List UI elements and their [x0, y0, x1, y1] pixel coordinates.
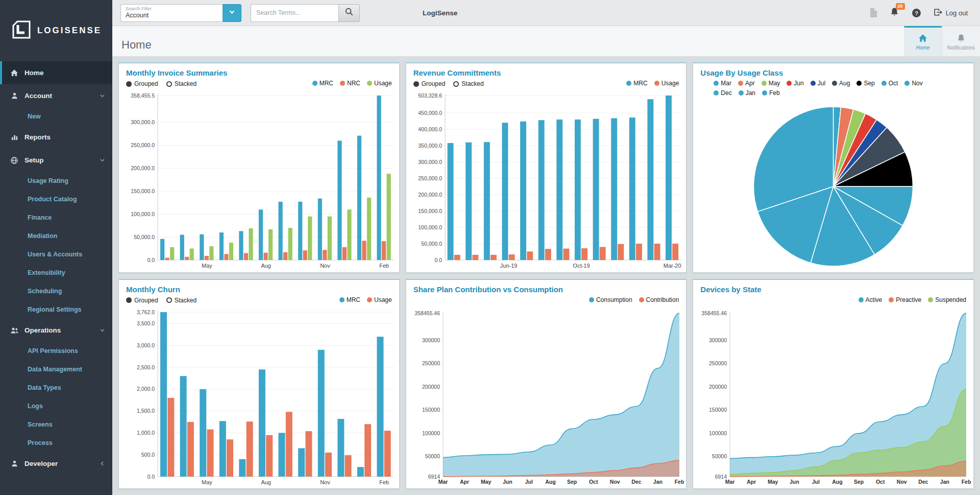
sidebar-item-label: Data Management: [28, 366, 82, 373]
svg-text:Mar: Mar: [725, 479, 735, 485]
legend-item-nov[interactable]: Nov: [904, 80, 922, 87]
legend-item-sep[interactable]: Sep: [856, 80, 874, 87]
sidebar-item-mediation[interactable]: Mediation: [0, 227, 112, 245]
search-button[interactable]: [338, 4, 360, 22]
legend-item-apr[interactable]: Apr: [738, 80, 755, 87]
sidebar-item-logs[interactable]: Logs: [0, 397, 112, 415]
legend-item-active[interactable]: Active: [859, 296, 883, 303]
sidebar-item-scheduling[interactable]: Scheduling: [0, 282, 112, 300]
document-icon[interactable]: [870, 8, 877, 17]
legend-item-jan[interactable]: Jan: [739, 89, 755, 97]
search-input[interactable]: [251, 4, 338, 22]
svg-text:250000: 250000: [422, 360, 440, 366]
svg-text:450,000.0: 450,000.0: [418, 110, 442, 116]
radio-grouped[interactable]: Grouped: [126, 297, 158, 304]
svg-text:3,000.0: 3,000.0: [137, 342, 155, 348]
legend-item-preactive[interactable]: Preactive: [889, 296, 921, 303]
sidebar-item-extensibility[interactable]: Extensibility: [0, 264, 112, 282]
help-icon[interactable]: ?: [912, 8, 921, 18]
tab-home[interactable]: Home: [904, 26, 942, 56]
legend-item-jul[interactable]: Jul: [811, 80, 825, 87]
sidebar-item-screens[interactable]: Screens: [0, 415, 112, 434]
chart-body: 0.050,000.0100,000.0150,000.0200,000.025…: [119, 90, 399, 272]
sidebar-item-usage-rating[interactable]: Usage Rating: [0, 172, 112, 190]
legend-item-mar[interactable]: Mar: [714, 80, 731, 87]
legend-dot-icon: [832, 81, 837, 86]
svg-text:200000: 200000: [422, 383, 440, 389]
notifications-bell-button[interactable]: 20: [890, 7, 899, 19]
sidebar-item-data-management[interactable]: Data Management: [0, 360, 112, 379]
legend-dot-icon: [739, 90, 744, 96]
radio-grouped[interactable]: Grouped: [126, 80, 158, 87]
sidebar-item-label: Logs: [28, 403, 43, 410]
sidebar-item-regional-settings[interactable]: Regional Settings: [0, 300, 112, 319]
svg-text:Jun: Jun: [790, 479, 799, 485]
legend-item-mrc[interactable]: MRC: [339, 296, 360, 303]
legend-item-usage[interactable]: Usage: [367, 296, 392, 303]
user-icon: [9, 92, 19, 100]
legend-item-jun[interactable]: Jun: [787, 80, 803, 87]
sidebar-item-users-accounts[interactable]: Users & Accounts: [0, 245, 112, 264]
legend-item-mrc[interactable]: MRC: [312, 80, 333, 87]
radio-stacked[interactable]: Stacked: [166, 80, 197, 87]
legend-item-nrc[interactable]: NRC: [340, 80, 360, 87]
svg-text:200000: 200000: [709, 383, 727, 389]
search-filter-select[interactable]: Search Filter Account: [120, 4, 223, 22]
legend-label: Dec: [721, 89, 731, 97]
legend-item-usage[interactable]: Usage: [367, 80, 392, 87]
legend-item-suspended[interactable]: Suspended: [928, 296, 966, 303]
sidebar-item-label: New: [28, 113, 41, 120]
sidebar-menu: HomeAccountNewReportsSetupUsage RatingPr…: [0, 61, 112, 475]
sidebar-item-label: Product Catalog: [28, 196, 77, 203]
radio-stacked[interactable]: Stacked: [453, 80, 483, 87]
legend-label: Mar: [721, 80, 731, 87]
svg-text:Dec: Dec: [919, 479, 928, 485]
legend-item-consumption[interactable]: Consumption: [589, 296, 632, 303]
svg-text:150,000.0: 150,000.0: [418, 208, 442, 214]
sidebar-item-operations[interactable]: Operations: [0, 319, 112, 342]
chevron-down-icon: [100, 157, 105, 163]
chart-controls: GroupedStackedMRCUsage: [119, 295, 399, 307]
sidebar-item-process[interactable]: Process: [0, 434, 112, 452]
sidebar-item-label: Process: [28, 439, 53, 446]
header-tabs: Home Notifications: [904, 26, 980, 56]
logout-label: Log out: [946, 9, 968, 17]
sidebar-item-account[interactable]: Account: [0, 84, 112, 107]
legend-item-contribution[interactable]: Contribution: [639, 296, 679, 303]
legend-label: Usage: [662, 80, 679, 87]
radio-label: Stacked: [175, 297, 197, 304]
sidebar-item-data-types[interactable]: Data Types: [0, 379, 112, 397]
panel-share-plan-contribution-vs-consumption: Share Plan Contribution vs Consumption C…: [406, 279, 687, 489]
filter-dropdown-button[interactable]: [223, 4, 241, 22]
logout-button[interactable]: Log out: [934, 8, 968, 18]
sidebar-item-reports[interactable]: Reports: [0, 126, 112, 149]
chart-legend: ActivePreactiveSuspended: [859, 296, 966, 303]
sidebar-item-setup[interactable]: Setup: [0, 149, 112, 172]
legend-dot-icon: [626, 81, 631, 86]
legend-item-usage[interactable]: Usage: [654, 80, 679, 87]
radio-grouped[interactable]: Grouped: [413, 80, 446, 87]
radio-stacked[interactable]: Stacked: [166, 297, 197, 304]
logo[interactable]: LOGISENSE: [0, 0, 112, 61]
sidebar-item-new[interactable]: New: [0, 107, 112, 126]
sidebar-item-home[interactable]: Home: [0, 61, 112, 84]
svg-text:100,000.0: 100,000.0: [131, 211, 155, 217]
sidebar-item-label: Reports: [24, 133, 51, 141]
tab-notifications[interactable]: Notifications: [942, 26, 980, 56]
sidebar-item-finance[interactable]: Finance: [0, 208, 112, 227]
legend-label: Sep: [864, 80, 874, 87]
svg-text:Oct-19: Oct-19: [573, 263, 590, 269]
legend-label: Usage: [374, 296, 392, 303]
legend-label: Usage: [374, 80, 392, 87]
legend-item-aug[interactable]: Aug: [832, 80, 850, 87]
sidebar-item-api-permissions[interactable]: API Permissions: [0, 342, 112, 360]
logisense-logo-icon: [11, 19, 32, 42]
legend-item-may[interactable]: May: [762, 80, 780, 87]
sidebar-item-developer[interactable]: Developer: [0, 452, 112, 475]
legend-item-oct[interactable]: Oct: [881, 80, 898, 87]
sidebar-item-product-catalog[interactable]: Product Catalog: [0, 190, 112, 208]
legend-item-dec[interactable]: Dec: [714, 89, 731, 97]
svg-text:50000: 50000: [425, 453, 439, 459]
legend-item-feb[interactable]: Feb: [762, 89, 780, 97]
legend-item-mrc[interactable]: MRC: [626, 80, 647, 87]
